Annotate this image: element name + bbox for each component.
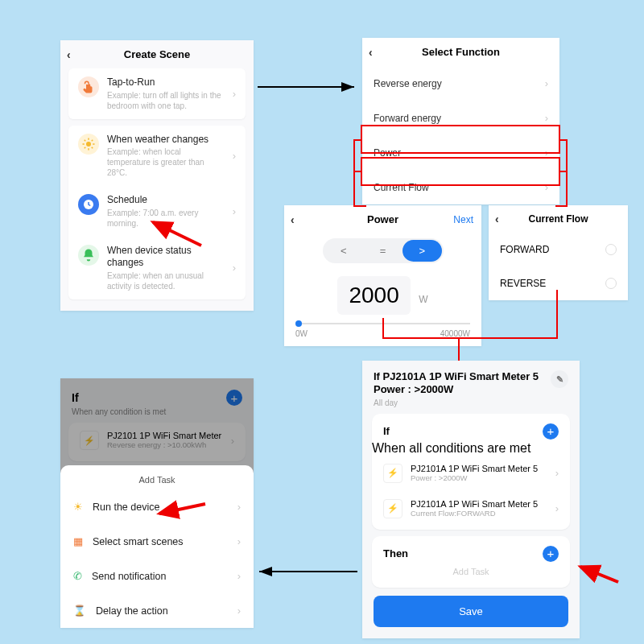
- bell-icon: [78, 245, 99, 266]
- radio-icon: [605, 278, 617, 289]
- chevron-right-icon: ›: [237, 535, 241, 547]
- chevron-right-icon: ›: [233, 150, 236, 162]
- if-subtitle: When all conditions are met: [372, 441, 570, 456]
- select-function-title: Select Function: [422, 46, 500, 58]
- op-greater-than[interactable]: >: [402, 240, 442, 262]
- power-max: 40000W: [440, 329, 470, 338]
- svg-line-5: [85, 139, 86, 141]
- create-scene-header: ‹ Create Scene: [60, 40, 254, 68]
- then-placeholder: Add Task: [372, 565, 570, 584]
- power-slider[interactable]: [295, 323, 470, 324]
- comparison-toggle[interactable]: < = >: [323, 238, 444, 263]
- if-label: If: [383, 425, 390, 437]
- power-header: ‹ Power Next: [284, 205, 481, 233]
- select-function-header: ‹ Select Function: [362, 38, 559, 66]
- save-button[interactable]: Save: [374, 596, 568, 627]
- power-unit: W: [419, 294, 427, 305]
- condition-row[interactable]: ⚡ PJ2101A 1P WiFi Smart Meter 5 Power : …: [372, 456, 570, 491]
- create-scene-title: Create Scene: [124, 48, 190, 60]
- scene-option-schedule[interactable]: Schedule Example: 7:00 a.m. every mornin…: [68, 186, 246, 237]
- condition-row[interactable]: ⚡ PJ2101A 1P WiFi Smart Meter 5 Current …: [372, 491, 570, 526]
- scene-option-device-status[interactable]: When device status changes Example: when…: [68, 237, 246, 299]
- chevron-right-icon: ›: [555, 467, 559, 479]
- flow-arrow-icon: [256, 79, 361, 95]
- task-delay-action[interactable]: ⌛ Delay the action ›: [60, 593, 254, 628]
- power-min: 0W: [295, 329, 308, 338]
- function-reverse-energy[interactable]: Reverse energy›: [362, 66, 559, 101]
- chevron-right-icon: ›: [233, 205, 236, 217]
- svg-line-7: [85, 147, 86, 148]
- chevron-right-icon: ›: [545, 147, 548, 159]
- radio-icon: [605, 244, 617, 255]
- meter-icon: ⚡: [383, 464, 402, 483]
- meter-icon: ⚡: [383, 499, 402, 518]
- select-function-panel: ‹ Select Function Reverse energy› Forwar…: [362, 38, 559, 204]
- function-current-flow[interactable]: Current Flow›: [362, 170, 559, 204]
- add-condition-button[interactable]: +: [543, 423, 559, 440]
- chevron-right-icon: ›: [237, 605, 241, 617]
- task-send-notification[interactable]: ✆ Send notification ›: [60, 559, 254, 593]
- summary-headline: If PJ2101A 1P WiFi Smart Meter 5 Power :…: [374, 370, 543, 397]
- hand-tap-icon: [78, 76, 99, 97]
- chevron-right-icon: ›: [545, 77, 548, 89]
- function-forward-energy[interactable]: Forward energy›: [362, 101, 559, 135]
- task-screen-panel: If + When any condition is met ⚡ PJ2101 …: [60, 378, 254, 628]
- back-icon[interactable]: ‹: [67, 48, 71, 61]
- chevron-right-icon: ›: [233, 262, 236, 274]
- summary-panel: If PJ2101A 1P WiFi Smart Meter 5 Power :…: [362, 361, 580, 638]
- then-label: Then: [383, 547, 408, 559]
- scene-option-weather[interactable]: When weather changes Example: when local…: [68, 126, 246, 187]
- option-reverse[interactable]: REVERSE: [489, 266, 628, 300]
- add-task-sheet: Add Task ☀ Run the device › ▦ Select sma…: [60, 465, 254, 628]
- chevron-right-icon: ›: [545, 181, 548, 193]
- add-task-button[interactable]: +: [543, 546, 559, 562]
- clock-icon: [78, 194, 99, 215]
- svg-line-8: [92, 139, 93, 141]
- phone-icon: ✆: [73, 570, 82, 582]
- sun-icon: [78, 134, 99, 155]
- hourglass-icon: ⌛: [73, 605, 86, 617]
- then-card: Then + Add Task: [372, 536, 570, 588]
- back-icon[interactable]: ‹: [291, 213, 295, 226]
- op-equal[interactable]: =: [363, 240, 402, 262]
- current-flow-panel: ‹ Current Flow FORWARD REVERSE: [489, 205, 628, 300]
- chevron-right-icon: ›: [233, 88, 236, 100]
- if-card: If + When all conditions are met ⚡ PJ210…: [372, 414, 570, 530]
- sun-icon: ☀: [73, 501, 83, 513]
- svg-line-6: [92, 147, 93, 148]
- flow-arrow-icon: [256, 564, 361, 580]
- back-icon[interactable]: ‹: [369, 46, 373, 59]
- current-flow-title: Current Flow: [529, 213, 588, 225]
- power-value[interactable]: 2000: [337, 276, 410, 315]
- chevron-right-icon: ›: [237, 501, 241, 513]
- chevron-right-icon: ›: [555, 502, 559, 514]
- summary-allday: All day: [374, 398, 543, 407]
- op-less-than[interactable]: <: [324, 240, 364, 262]
- power-title: Power: [367, 213, 398, 225]
- sheet-title: Add Task: [60, 465, 254, 489]
- svg-point-0: [86, 142, 91, 147]
- power-panel: ‹ Power Next < = > 2000 W 0W 40000W: [284, 205, 481, 346]
- next-button[interactable]: Next: [453, 214, 473, 225]
- function-power[interactable]: Power›: [362, 135, 559, 170]
- scene-icon: ▦: [73, 535, 83, 547]
- task-select-scenes[interactable]: ▦ Select smart scenes ›: [60, 524, 254, 559]
- create-scene-panel: ‹ Create Scene Tap-to-Run Example: turn …: [60, 40, 254, 311]
- chevron-right-icon: ›: [237, 570, 241, 582]
- back-icon[interactable]: ‹: [495, 213, 499, 225]
- edit-icon[interactable]: ✎: [551, 370, 568, 388]
- red-arrow-annotation: [574, 562, 622, 586]
- scene-option-tap-to-run[interactable]: Tap-to-Run Example: turn off all lights …: [68, 68, 246, 119]
- chevron-right-icon: ›: [545, 112, 548, 124]
- current-flow-header: ‹ Current Flow: [489, 205, 628, 233]
- svg-line-12: [580, 567, 618, 582]
- option-forward[interactable]: FORWARD: [489, 233, 628, 266]
- task-run-device[interactable]: ☀ Run the device ›: [60, 489, 254, 524]
